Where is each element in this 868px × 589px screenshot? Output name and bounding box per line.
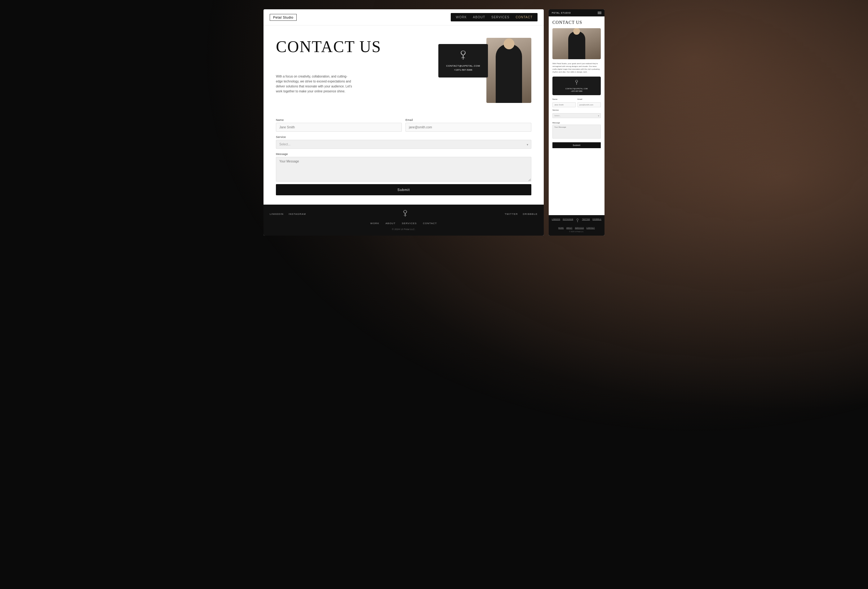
footer-tulip-icon: [402, 210, 409, 218]
name-label: Name: [276, 118, 402, 121]
footer-nav: WORK ABOUT SERVICES CONTACT: [270, 222, 537, 225]
service-label: Service: [276, 136, 531, 139]
mobile-name-input[interactable]: [552, 102, 576, 107]
page-title: CONTACT US: [276, 38, 438, 56]
mobile-panel: PETAL STUDIO CONTACT US With Petal Studi…: [549, 9, 604, 236]
service-select-wrapper: Select... Web Design Branding Developmen…: [276, 140, 531, 149]
nav-services[interactable]: SERVICES: [492, 16, 509, 19]
mobile-tulip-icon: [574, 80, 579, 86]
footer-linkedin[interactable]: LINKEDIN: [270, 213, 283, 216]
hero-description: With a focus on creativity, collaboratio…: [276, 74, 353, 94]
mobile-footer-nav: WORK ABOUT SERVICES CONTACT: [552, 227, 601, 229]
footer-social-right: TWITTER DRIBBBLE: [505, 213, 537, 216]
page-wrapper: Petal Studio WORK ABOUT SERVICES CONTACT…: [264, 9, 604, 236]
footer-logo: [402, 210, 409, 218]
nav-contact[interactable]: CONTACT: [515, 16, 533, 19]
mobile-message-textarea[interactable]: [552, 125, 601, 139]
footer-nav-contact[interactable]: CONTACT: [423, 222, 437, 225]
footer-nav-work[interactable]: WORK: [371, 222, 379, 225]
footer-copyright: © 2024 UI Petal LLC.: [270, 228, 537, 231]
main-footer: LINKEDIN INSTAGRAM TWITTER DRIBBBLE: [264, 205, 544, 236]
logo: Petal Studio: [270, 14, 297, 21]
mobile-email-label: Email: [577, 98, 601, 100]
mobile-contact-card: CONTACT@UIPETAL.COM +1971-597-5366: [552, 77, 601, 95]
submit-button[interactable]: Submit: [276, 184, 531, 195]
message-group: Message: [276, 152, 531, 182]
mobile-nav: PETAL STUDIO: [549, 9, 604, 16]
contact-phone: +1971-597-5366: [444, 68, 482, 71]
mobile-description: With Petal Studio, your goals aren't jus…: [552, 62, 601, 74]
logo-text: Petal Studio: [273, 16, 293, 19]
mobile-contact-phone: +1971-597-5366: [555, 90, 598, 92]
mobile-footer-copyright: © 2024 UI Petal LLC.: [552, 231, 601, 232]
person-head: [503, 38, 514, 49]
email-input[interactable]: [406, 123, 531, 132]
footer-instagram[interactable]: INSTAGRAM: [289, 213, 306, 216]
mobile-footer-dribbble[interactable]: DRIBBBLE: [592, 218, 601, 224]
person-photo: [486, 38, 531, 103]
hero-images: CONTACT@UIPETAL.COM +1971-597-5366: [438, 38, 531, 106]
message-label: Message: [276, 152, 531, 156]
contact-form-section: Name Email Service Select... Web Design …: [264, 112, 544, 205]
mobile-footer-nav-contact[interactable]: CONTACT: [586, 227, 595, 229]
mobile-person-photo: [552, 28, 601, 59]
email-group: Email: [406, 118, 531, 132]
mobile-name-group: Name: [552, 98, 576, 107]
mobile-service-label: Service: [552, 109, 601, 111]
mobile-footer-instagram[interactable]: INSTAGRAM: [562, 218, 573, 224]
mobile-footer-linkedin[interactable]: LINKEDIN: [552, 218, 560, 224]
footer-nav-services[interactable]: SERVICES: [402, 222, 417, 225]
footer-dribbble[interactable]: DRIBBBLE: [523, 213, 537, 216]
hero-section: CONTACT US With a focus on creativity, c…: [264, 25, 544, 112]
hero-content: CONTACT US With a focus on creativity, c…: [276, 38, 438, 94]
mobile-person-head: [573, 28, 580, 35]
main-panel: Petal Studio WORK ABOUT SERVICES CONTACT…: [264, 9, 544, 236]
main-nav: Petal Studio WORK ABOUT SERVICES CONTACT: [264, 9, 544, 25]
footer-nav-about[interactable]: ABOUT: [385, 222, 396, 225]
mobile-name-label: Name: [552, 98, 576, 100]
mobile-footer-nav-work[interactable]: WORK: [558, 227, 564, 229]
mobile-person-silhouette: [568, 31, 585, 59]
tulip-icon: [459, 50, 468, 61]
service-group: Service Select... Web Design Branding De…: [276, 136, 531, 149]
service-select[interactable]: Select... Web Design Branding Developmen…: [276, 140, 531, 149]
mobile-name-email-row: Name Email: [552, 98, 601, 107]
person-silhouette: [496, 44, 522, 103]
mobile-email-input[interactable]: [577, 102, 601, 107]
nav-links: WORK ABOUT SERVICES CONTACT: [451, 13, 537, 21]
mobile-page-title: CONTACT US: [552, 20, 601, 25]
mobile-footer-tulip: [576, 218, 579, 223]
mobile-email-group: Email: [577, 98, 601, 107]
mobile-footer: LINKEDIN INSTAGRAM TWITTER DRIBBBLE WORK…: [549, 215, 604, 236]
mobile-footer-nav-services[interactable]: SERVICES: [575, 227, 584, 229]
mobile-service-wrapper: Select... Web Design Branding ▾: [552, 112, 601, 120]
mobile-footer-social: LINKEDIN INSTAGRAM TWITTER DRIBBBLE: [552, 218, 601, 224]
name-email-row: Name Email: [276, 118, 531, 132]
footer-social-left: LINKEDIN INSTAGRAM: [270, 213, 306, 216]
contact-info-card: CONTACT@UIPETAL.COM +1971-597-5366: [438, 44, 488, 78]
name-group: Name: [276, 118, 402, 132]
mobile-logo: PETAL STUDIO: [552, 12, 571, 14]
email-label: Email: [406, 118, 531, 121]
hamburger-icon[interactable]: [598, 12, 601, 14]
mobile-submit-button[interactable]: Submit: [552, 142, 601, 148]
mobile-footer-nav-about[interactable]: ABOUT: [566, 227, 573, 229]
mobile-footer-logo: [576, 218, 579, 224]
footer-social: LINKEDIN INSTAGRAM TWITTER DRIBBBLE: [270, 210, 537, 218]
nav-about[interactable]: ABOUT: [473, 16, 485, 19]
footer-twitter[interactable]: TWITTER: [505, 213, 518, 216]
mobile-message-label: Message: [552, 122, 601, 124]
mobile-content: CONTACT US With Petal Studio, your goals…: [549, 16, 604, 215]
mobile-contact-email: CONTACT@UIPETAL.COM: [555, 88, 598, 90]
message-textarea[interactable]: [276, 157, 531, 182]
mobile-service-select[interactable]: Select... Web Design Branding: [552, 113, 601, 118]
mobile-footer-twitter[interactable]: TWITTER: [582, 218, 590, 224]
nav-work[interactable]: WORK: [456, 16, 466, 19]
contact-email: CONTACT@UIPETAL.COM: [444, 65, 482, 67]
name-input[interactable]: [276, 123, 402, 132]
